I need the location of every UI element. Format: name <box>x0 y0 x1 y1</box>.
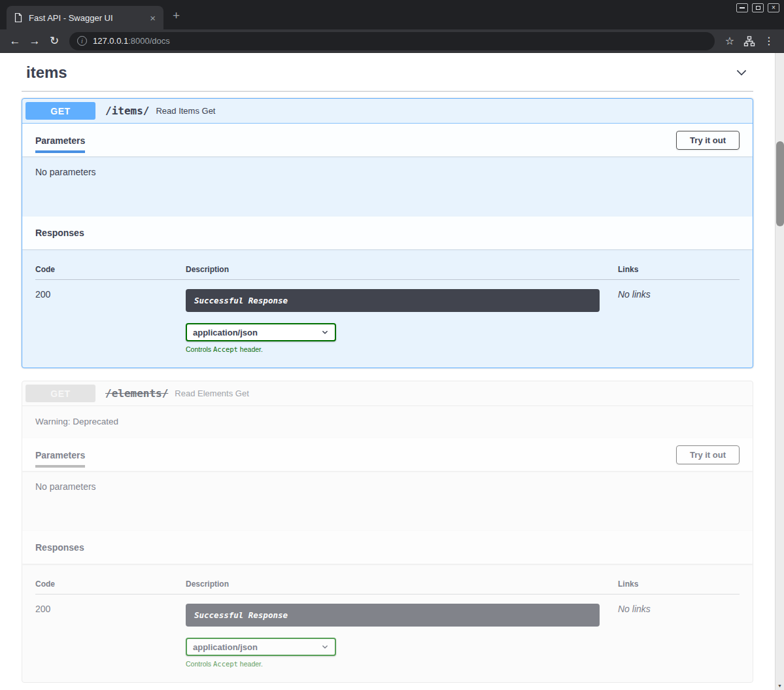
url-bar[interactable]: i 127.0.0.1 :8000/docs <box>69 32 715 50</box>
media-type-value: application/json <box>193 642 258 652</box>
minimize-icon <box>740 7 745 9</box>
endpoint-summary: Read Items Get <box>156 106 215 116</box>
parameters-header: Parameters Try it out <box>22 124 753 156</box>
parameters-header: Parameters Try it out <box>22 438 753 471</box>
opblock-get-elements-deprecated: GET /elements/ Read Elements Get Warning… <box>22 381 753 683</box>
tab-parameters[interactable]: Parameters <box>35 135 85 153</box>
column-header-links: Links <box>618 576 740 595</box>
tab-parameters[interactable]: Parameters <box>35 450 85 468</box>
maximize-icon <box>756 6 760 10</box>
opblock-body: Warning: Deprecated Parameters Try it ou… <box>22 406 753 682</box>
endpoint-path: /elements/ <box>105 387 168 400</box>
response-links: No links <box>618 604 740 614</box>
try-it-out-button[interactable]: Try it out <box>676 131 740 150</box>
column-header-description: Description <box>186 576 618 595</box>
forward-icon[interactable]: → <box>25 31 44 51</box>
select-chevron-icon <box>321 328 329 336</box>
url-path: :8000/docs <box>128 36 170 46</box>
opblock-body: Parameters Try it out No parameters Resp… <box>22 124 753 368</box>
no-parameters-text: No parameters <box>35 167 96 177</box>
response-description: Successful Response <box>186 604 600 627</box>
browser-window: Fast API - Swagger UI × + × ← → ↻ i 127.… <box>0 0 784 690</box>
column-header-code: Code <box>35 576 186 595</box>
tab-close-icon[interactable]: × <box>148 12 157 24</box>
accept-header-note: Controls Accept header. <box>186 345 618 353</box>
section-title: items <box>26 63 67 82</box>
back-icon[interactable]: ← <box>5 31 25 51</box>
items-section-header[interactable]: items <box>22 57 753 92</box>
browser-tab[interactable]: Fast API - Swagger UI × <box>7 6 163 29</box>
response-code: 200 <box>35 604 186 614</box>
column-header-code: Code <box>35 261 186 280</box>
endpoint-summary: Read Elements Get <box>175 388 248 398</box>
response-description-cell: Successful Response application/json Con… <box>186 604 618 668</box>
window-minimize-button[interactable] <box>736 3 748 12</box>
opblock-get-items: GET /items/ Read Items Get Parameters Tr… <box>22 98 753 368</box>
column-header-description: Description <box>186 261 618 280</box>
select-chevron-icon <box>321 643 329 651</box>
no-parameters-text: No parameters <box>35 481 96 492</box>
page-content: items GET /items/ Read Items Get Paramet… <box>0 53 784 690</box>
method-badge: GET <box>26 102 95 120</box>
response-code: 200 <box>35 289 186 300</box>
opblock-summary[interactable]: GET /elements/ Read Elements Get <box>22 381 753 406</box>
column-header-links: Links <box>618 261 740 280</box>
media-type-select[interactable]: application/json <box>186 323 336 341</box>
endpoint-path: /items/ <box>105 105 149 117</box>
responses-header: Responses <box>22 216 753 249</box>
responses-title: Responses <box>35 228 84 238</box>
window-close-button[interactable]: × <box>768 3 779 12</box>
sitemap-icon[interactable] <box>740 35 759 47</box>
reload-icon[interactable]: ↻ <box>44 31 64 51</box>
responses-title: Responses <box>35 542 84 553</box>
responses-table: Code Description Links 200 Successful Re… <box>22 249 753 368</box>
method-badge: GET <box>26 385 95 402</box>
response-description: Successful Response <box>186 289 600 312</box>
opblock-summary[interactable]: GET /items/ Read Items Get <box>22 99 753 124</box>
browser-toolbar: ← → ↻ i 127.0.0.1 :8000/docs ☆ ⋮ <box>0 29 784 53</box>
media-type-select[interactable]: application/json <box>186 638 336 656</box>
window-controls: × <box>736 3 779 12</box>
parameters-container: No parameters <box>22 156 753 216</box>
window-titlebar: Fast API - Swagger UI × + × <box>0 0 784 29</box>
menu-dots-icon[interactable]: ⋮ <box>759 31 779 51</box>
page-favicon-icon <box>13 12 24 23</box>
url-host: 127.0.0.1 <box>93 36 128 46</box>
response-links: No links <box>618 289 740 300</box>
response-description-cell: Successful Response application/json Con… <box>186 289 618 353</box>
response-row: 200 Successful Response application/json… <box>35 595 740 668</box>
responses-header: Responses <box>22 531 753 564</box>
site-info-icon[interactable]: i <box>77 36 87 46</box>
accept-header-note: Controls Accept header. <box>186 660 618 668</box>
response-row: 200 Successful Response application/json… <box>35 280 740 353</box>
window-maximize-button[interactable] <box>752 3 764 12</box>
deprecated-warning: Warning: Deprecated <box>22 406 753 438</box>
bookmark-star-icon[interactable]: ☆ <box>720 31 740 51</box>
scrollbar-down-arrow-icon[interactable]: ▼ <box>775 681 784 690</box>
tab-title: Fast API - Swagger UI <box>29 13 148 23</box>
page-scrollbar[interactable]: ▼ <box>775 53 784 690</box>
new-tab-button[interactable]: + <box>173 9 180 22</box>
media-type-value: application/json <box>193 328 258 337</box>
collapse-chevron-icon[interactable] <box>734 65 749 80</box>
try-it-out-button[interactable]: Try it out <box>676 445 740 464</box>
parameters-container: No parameters <box>22 471 753 531</box>
scrollbar-thumb[interactable] <box>776 141 784 226</box>
responses-table: Code Description Links 200 Successful Re… <box>22 564 753 682</box>
